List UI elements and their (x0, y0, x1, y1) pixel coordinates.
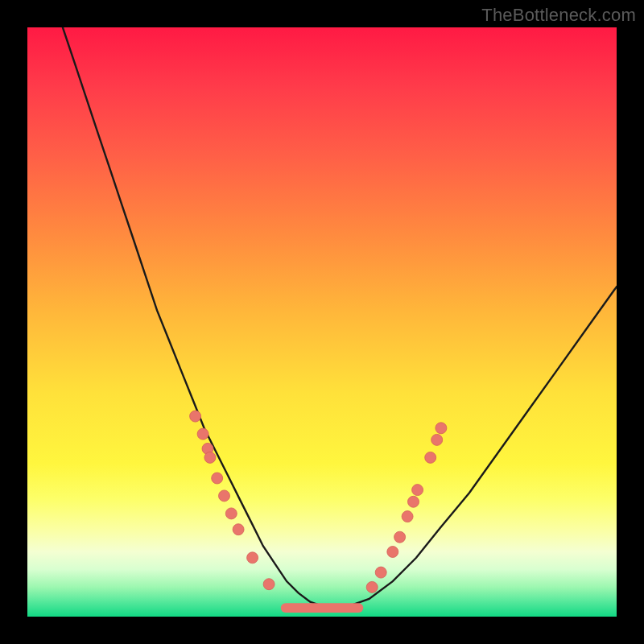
plot-area (27, 27, 617, 617)
right-dot (402, 511, 413, 522)
left-dot (197, 428, 208, 440)
left-dot (225, 508, 237, 519)
right-dot (375, 567, 386, 578)
left-dot (247, 552, 258, 564)
right-dot (387, 547, 398, 558)
left-dot (190, 411, 201, 422)
right-dot (425, 452, 436, 463)
right-dot (412, 485, 423, 496)
left-dot (233, 524, 244, 535)
watermark-text: TheBottleneck.com (481, 5, 636, 26)
right-dot (408, 496, 419, 507)
right-dot (436, 423, 447, 434)
flat-segment (281, 603, 364, 613)
chart-frame: TheBottleneck.com (0, 0, 644, 644)
left-dot (219, 490, 230, 502)
right-dot (366, 581, 378, 592)
right-dot (431, 434, 443, 445)
left-dot (204, 452, 216, 463)
bottleneck-curve (63, 27, 617, 608)
left-dot (263, 579, 275, 590)
left-dot (212, 473, 223, 484)
curve-layer (27, 27, 617, 617)
right-dot (394, 531, 406, 543)
